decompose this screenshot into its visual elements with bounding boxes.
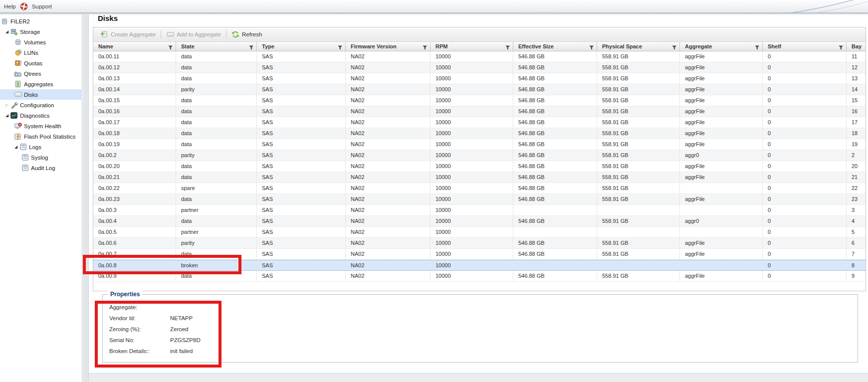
collapse-arrow-icon[interactable]: ◢ xyxy=(13,145,19,149)
sidebar-item-diagnostics[interactable]: ◢Diagnostics xyxy=(0,110,82,121)
cell-physical-space: 558.91 GB xyxy=(597,51,680,62)
table-row-0a-00-12[interactable]: 0a.00.12dataSASNA0210000546.88 GB558.91 … xyxy=(93,62,866,73)
sidebar-item-quotas[interactable]: Quotas xyxy=(0,58,82,68)
table-row-0a-00-20[interactable]: 0a.00.20dataSASNA0210000546.88 GB558.91 … xyxy=(93,161,866,172)
column-header-label: RPM xyxy=(435,43,447,49)
cell-firmware-version: NA02 xyxy=(346,183,431,193)
sidebar-item-syslog[interactable]: Syslog xyxy=(0,152,82,163)
sidebar-item-label: Disks xyxy=(24,92,38,98)
cell-state: data xyxy=(176,117,257,128)
cell-rpm: 10000 xyxy=(431,73,513,84)
column-header-type[interactable]: Type xyxy=(257,42,346,51)
cell-aggregate: aggr0 xyxy=(680,150,763,161)
filter-funnel-icon[interactable] xyxy=(249,44,254,49)
cell-aggregate: aggrFile xyxy=(680,271,763,281)
luns-icon xyxy=(14,49,22,56)
table-row-0a-00-22[interactable]: 0a.00.22spareSASNA0210000546.88 GB558.91… xyxy=(93,183,866,194)
filter-funnel-icon[interactable] xyxy=(168,44,173,49)
cell-name: 0a.00.2 xyxy=(93,150,176,161)
table-row-0a-00-16[interactable]: 0a.00.16dataSASNA0210000546.88 GB558.91 … xyxy=(93,106,866,117)
column-header-aggregate[interactable]: Aggregate xyxy=(680,42,763,51)
cell-aggregate: aggrFile xyxy=(680,73,763,84)
support-lifebuoy-icon xyxy=(20,2,28,10)
create-aggregate-button[interactable]: Create Aggregate xyxy=(97,30,159,38)
filter-funnel-icon[interactable] xyxy=(672,44,677,49)
cell-effective-size: 546.88 GB xyxy=(513,216,597,226)
filter-funnel-icon[interactable] xyxy=(839,44,844,49)
column-header-bay[interactable]: Bay xyxy=(847,42,867,51)
expand-arrow-icon[interactable]: ▷ xyxy=(4,103,10,107)
table-row-0a-00-21[interactable]: 0a.00.21dataSASNA0210000546.88 GB558.91 … xyxy=(93,172,866,183)
sidebar-item-volumes[interactable]: Volumes xyxy=(0,37,82,47)
table-row-0a-00-2[interactable]: 0a.00.2paritySASNA0210000546.88 GB558.91… xyxy=(93,150,866,161)
column-header-physical-space[interactable]: Physical Space xyxy=(597,42,680,51)
properties-panel: Properties Aggregate:Vendor Id:NETAPPZer… xyxy=(102,294,858,363)
column-header-state[interactable]: State xyxy=(176,42,257,51)
sidebar-item-disks[interactable]: Disks xyxy=(0,89,82,100)
cell-bay: 22 xyxy=(847,183,867,193)
sidebar-item-flash-pool-statistics[interactable]: Flash Pool Statistics xyxy=(0,131,82,142)
column-header-name[interactable]: Name xyxy=(93,42,176,51)
sidebar-item-logs[interactable]: ◢Logs xyxy=(0,142,82,152)
sidebar-item-storage[interactable]: ◢Storage xyxy=(0,26,82,37)
cell-bay: 15 xyxy=(847,95,867,106)
table-row-0a-00-5[interactable]: 0a.00.5partnerSASNA021000005 xyxy=(93,227,866,238)
sidebar-item-aggregates[interactable]: Aggregates xyxy=(0,79,82,89)
cell-name: 0a.00.13 xyxy=(93,73,176,84)
table-row-0a-00-8[interactable]: 0a.00.8brokenSASNA021000008 xyxy=(93,260,866,271)
table-row-0a-00-15[interactable]: 0a.00.15dataSASNA0210000546.88 GB558.91 … xyxy=(93,95,866,106)
sidebar-item-qtrees[interactable]: Qtrees xyxy=(0,68,82,79)
cell-shelf: 0 xyxy=(763,216,847,226)
table-row-0a-00-17[interactable]: 0a.00.17dataSASNA0210000546.88 GB558.91 … xyxy=(93,117,866,128)
cell-physical-space: 558.91 GB xyxy=(597,183,680,193)
filter-funnel-icon[interactable] xyxy=(338,44,343,49)
filter-funnel-icon[interactable] xyxy=(423,44,428,49)
table-row-0a-00-18[interactable]: 0a.00.18dataSASNA0210000546.88 GB558.91 … xyxy=(93,128,866,139)
add-to-aggregate-button[interactable]: Add to Aggregate xyxy=(163,30,224,38)
refresh-button[interactable]: Refresh xyxy=(228,30,265,38)
cell-physical-space: 558.91 GB xyxy=(597,238,680,248)
column-header-effective-size[interactable]: Effective Size xyxy=(513,42,597,51)
sidebar-item-system-health[interactable]: System Health xyxy=(0,121,82,131)
cell-aggregate xyxy=(680,227,763,237)
cell-physical-space: 558.91 GB xyxy=(597,106,680,117)
property-row-zeroing: Zeroing (%):Zeroed xyxy=(109,324,858,335)
collapse-arrow-icon[interactable]: ◢ xyxy=(4,113,10,118)
sidebar-item-filer2[interactable]: FILER2 xyxy=(0,16,82,26)
table-row-0a-00-6[interactable]: 0a.00.6paritySASNA0210000546.88 GB558.91… xyxy=(93,238,866,249)
cell-state: data xyxy=(176,128,257,139)
column-header-rpm[interactable]: RPM xyxy=(431,42,513,51)
sidebar-item-audit-log[interactable]: Audit Log xyxy=(0,163,82,173)
table-row-0a-00-4[interactable]: 0a.00.4dataSASNA0210000546.88 GB558.91 G… xyxy=(93,216,866,227)
cell-effective-size: 546.88 GB xyxy=(513,73,597,84)
cell-name: 0a.00.17 xyxy=(93,117,176,128)
system-health-icon xyxy=(14,123,22,130)
table-row-0a-00-13[interactable]: 0a.00.13dataSASNA0210000546.88 GB558.91 … xyxy=(93,73,866,84)
cell-physical-space: 558.91 GB xyxy=(597,62,680,73)
table-row-0a-00-9[interactable]: 0a.00.9dataSASNA0210000546.88 GB558.91 G… xyxy=(93,271,866,282)
cell-effective-size: 546.88 GB xyxy=(513,271,597,281)
filter-funnel-icon[interactable] xyxy=(589,44,594,49)
sidebar-item-luns[interactable]: LUNs xyxy=(0,47,82,58)
table-row-0a-00-3[interactable]: 0a.00.3partnerSASNA021000003 xyxy=(93,205,866,216)
table-row-0a-00-23[interactable]: 0a.00.23dataSASNA0210000546.88 GB558.91 … xyxy=(93,194,866,205)
create-aggregate-icon xyxy=(100,30,108,38)
column-header-label: Aggregate xyxy=(685,43,712,49)
sidebar-splitter[interactable] xyxy=(83,14,89,382)
property-row-broken-details: Broken Details::init failed xyxy=(109,346,858,357)
column-header-shelf[interactable]: Shelf xyxy=(763,42,847,51)
cell-name: 0a.00.22 xyxy=(93,183,176,193)
help-link[interactable]: Help xyxy=(4,3,16,9)
column-header-firmware-version[interactable]: Firmware Version xyxy=(346,42,431,51)
table-row-0a-00-7[interactable]: 0a.00.7dataSASNA0210000546.88 GB558.91 G… xyxy=(93,249,866,260)
cell-physical-space: 558.91 GB xyxy=(597,84,680,95)
filter-funnel-icon[interactable] xyxy=(755,44,760,49)
support-link[interactable]: Support xyxy=(32,3,52,9)
table-row-0a-00-14[interactable]: 0a.00.14paritySASNA0210000546.88 GB558.9… xyxy=(93,84,866,95)
sidebar-item-configuration[interactable]: ▷Configuration xyxy=(0,100,82,110)
column-header-label: Effective Size xyxy=(518,43,554,49)
table-row-0a-00-11[interactable]: 0a.00.11dataSASNA0210000546.88 GB558.91 … xyxy=(93,51,866,62)
collapse-arrow-icon[interactable]: ◢ xyxy=(4,29,10,34)
table-row-0a-00-19[interactable]: 0a.00.19dataSASNA0210000546.88 GB558.91 … xyxy=(93,139,866,150)
filter-funnel-icon[interactable] xyxy=(505,44,510,49)
